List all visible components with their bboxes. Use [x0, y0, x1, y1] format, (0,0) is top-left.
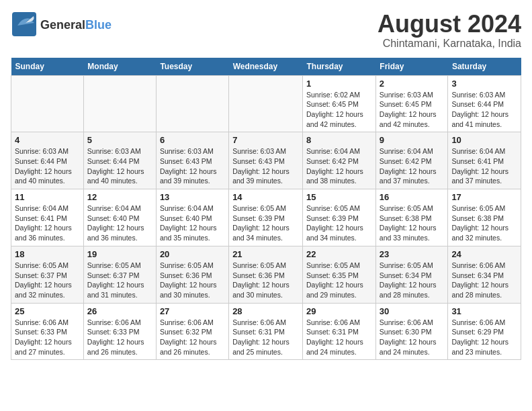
day-info: Sunrise: 6:03 AMSunset: 6:43 PMDaylight:…: [232, 146, 299, 186]
day-info: Sunrise: 6:06 AMSunset: 6:29 PMDaylight:…: [451, 318, 517, 357]
day-number: 18: [15, 249, 80, 259]
day-info: Sunrise: 6:05 AMSunset: 6:38 PMDaylight:…: [380, 203, 445, 243]
day-number: 11: [15, 192, 80, 202]
day-info: Sunrise: 6:06 AMSunset: 6:33 PMDaylight:…: [87, 318, 152, 357]
day-number: 4: [15, 135, 80, 145]
calendar-cell: 24Sunrise: 6:06 AMSunset: 6:34 PMDayligh…: [448, 246, 521, 303]
calendar-cell: 19Sunrise: 6:05 AMSunset: 6:37 PMDayligh…: [83, 246, 156, 303]
calendar-cell: 23Sunrise: 6:05 AMSunset: 6:34 PMDayligh…: [375, 246, 448, 303]
title-block: August 2024 Chintamani, Karnataka, India: [378, 11, 521, 50]
calendar-cell: 8Sunrise: 6:04 AMSunset: 6:42 PMDaylight…: [303, 132, 376, 189]
day-info: Sunrise: 6:04 AMSunset: 6:42 PMDaylight:…: [306, 146, 372, 186]
day-number: 19: [87, 249, 152, 259]
month-year: August 2024: [378, 11, 521, 38]
calendar-cell: 27Sunrise: 6:06 AMSunset: 6:32 PMDayligh…: [156, 303, 228, 360]
calendar-week-row: 18Sunrise: 6:05 AMSunset: 6:37 PMDayligh…: [11, 246, 521, 303]
calendar-cell: 22Sunrise: 6:05 AMSunset: 6:35 PMDayligh…: [303, 246, 376, 303]
calendar-cell: 4Sunrise: 6:03 AMSunset: 6:44 PMDaylight…: [11, 132, 84, 189]
calendar-week-row: 25Sunrise: 6:06 AMSunset: 6:33 PMDayligh…: [11, 303, 521, 360]
calendar-cell: [156, 75, 228, 132]
day-info: Sunrise: 6:05 AMSunset: 6:39 PMDaylight:…: [306, 203, 372, 243]
calendar-cell: 18Sunrise: 6:05 AMSunset: 6:37 PMDayligh…: [11, 246, 84, 303]
day-info: Sunrise: 6:03 AMSunset: 6:45 PMDaylight:…: [380, 90, 445, 130]
day-number: 16: [380, 192, 445, 202]
day-info: Sunrise: 6:04 AMSunset: 6:40 PMDaylight:…: [160, 203, 225, 243]
day-number: 12: [87, 192, 152, 202]
calendar-cell: 17Sunrise: 6:05 AMSunset: 6:38 PMDayligh…: [448, 189, 521, 246]
day-info: Sunrise: 6:05 AMSunset: 6:36 PMDaylight:…: [232, 261, 299, 300]
calendar-cell: 30Sunrise: 6:06 AMSunset: 6:30 PMDayligh…: [375, 303, 448, 360]
day-number: 15: [306, 192, 372, 202]
day-info: Sunrise: 6:06 AMSunset: 6:32 PMDaylight:…: [160, 318, 225, 357]
header-cell-friday: Friday: [375, 58, 448, 76]
logo: GeneralBlue: [11, 11, 112, 40]
day-number: 5: [87, 135, 152, 145]
day-number: 30: [380, 306, 445, 316]
day-info: Sunrise: 6:06 AMSunset: 6:31 PMDaylight:…: [306, 318, 372, 357]
day-info: Sunrise: 6:05 AMSunset: 6:38 PMDaylight:…: [451, 203, 517, 243]
calendar-cell: 28Sunrise: 6:06 AMSunset: 6:31 PMDayligh…: [229, 303, 303, 360]
day-info: Sunrise: 6:05 AMSunset: 6:36 PMDaylight:…: [160, 261, 225, 300]
day-number: 9: [380, 135, 445, 145]
day-number: 10: [451, 135, 517, 145]
day-info: Sunrise: 6:03 AMSunset: 6:43 PMDaylight:…: [160, 146, 225, 186]
day-info: Sunrise: 6:05 AMSunset: 6:35 PMDaylight:…: [306, 261, 372, 300]
day-number: 22: [306, 249, 372, 259]
day-number: 13: [160, 192, 225, 202]
calendar-cell: 3Sunrise: 6:03 AMSunset: 6:44 PMDaylight…: [448, 75, 521, 132]
calendar-cell: 12Sunrise: 6:04 AMSunset: 6:40 PMDayligh…: [83, 189, 156, 246]
day-info: Sunrise: 6:05 AMSunset: 6:37 PMDaylight:…: [15, 261, 80, 300]
calendar-cell: 10Sunrise: 6:04 AMSunset: 6:41 PMDayligh…: [448, 132, 521, 189]
calendar-cell: 21Sunrise: 6:05 AMSunset: 6:36 PMDayligh…: [229, 246, 303, 303]
header-cell-tuesday: Tuesday: [156, 58, 228, 76]
day-info: Sunrise: 6:04 AMSunset: 6:40 PMDaylight:…: [87, 203, 152, 243]
day-number: 24: [451, 249, 517, 259]
day-number: 27: [160, 306, 225, 316]
day-info: Sunrise: 6:03 AMSunset: 6:44 PMDaylight:…: [15, 146, 80, 186]
header-cell-monday: Monday: [83, 58, 156, 76]
page-header: GeneralBlue August 2024 Chintamani, Karn…: [11, 11, 521, 50]
day-number: 17: [451, 192, 517, 202]
day-number: 31: [451, 306, 517, 316]
calendar-cell: 2Sunrise: 6:03 AMSunset: 6:45 PMDaylight…: [375, 75, 448, 132]
day-info: Sunrise: 6:05 AMSunset: 6:37 PMDaylight:…: [87, 261, 152, 300]
header-cell-thursday: Thursday: [303, 58, 376, 76]
day-number: 21: [232, 249, 299, 259]
day-info: Sunrise: 6:04 AMSunset: 6:42 PMDaylight:…: [380, 146, 445, 186]
day-number: 28: [232, 306, 299, 316]
day-number: 1: [306, 79, 372, 89]
day-number: 3: [451, 79, 517, 89]
calendar-cell: [11, 75, 84, 132]
day-number: 26: [87, 306, 152, 316]
day-info: Sunrise: 6:06 AMSunset: 6:31 PMDaylight:…: [232, 318, 299, 357]
logo-general: General: [40, 18, 85, 32]
day-info: Sunrise: 6:06 AMSunset: 6:30 PMDaylight:…: [380, 318, 445, 357]
day-info: Sunrise: 6:05 AMSunset: 6:39 PMDaylight:…: [232, 203, 299, 243]
day-number: 6: [160, 135, 225, 145]
calendar-cell: 5Sunrise: 6:03 AMSunset: 6:44 PMDaylight…: [83, 132, 156, 189]
calendar-cell: 29Sunrise: 6:06 AMSunset: 6:31 PMDayligh…: [303, 303, 376, 360]
location: Chintamani, Karnataka, India: [378, 38, 521, 50]
day-info: Sunrise: 6:05 AMSunset: 6:34 PMDaylight:…: [380, 261, 445, 300]
calendar-cell: 31Sunrise: 6:06 AMSunset: 6:29 PMDayligh…: [448, 303, 521, 360]
calendar-week-row: 1Sunrise: 6:02 AMSunset: 6:45 PMDaylight…: [11, 75, 521, 132]
day-number: 8: [306, 135, 372, 145]
calendar-cell: 7Sunrise: 6:03 AMSunset: 6:43 PMDaylight…: [229, 132, 303, 189]
header-cell-saturday: Saturday: [448, 58, 521, 76]
day-number: 20: [160, 249, 225, 259]
day-number: 14: [232, 192, 299, 202]
day-number: 2: [380, 79, 445, 89]
calendar-cell: 9Sunrise: 6:04 AMSunset: 6:42 PMDaylight…: [375, 132, 448, 189]
calendar-week-row: 4Sunrise: 6:03 AMSunset: 6:44 PMDaylight…: [11, 132, 521, 189]
day-info: Sunrise: 6:03 AMSunset: 6:44 PMDaylight:…: [87, 146, 152, 186]
calendar-cell: 15Sunrise: 6:05 AMSunset: 6:39 PMDayligh…: [303, 189, 376, 246]
calendar-cell: 14Sunrise: 6:05 AMSunset: 6:39 PMDayligh…: [229, 189, 303, 246]
calendar-cell: 25Sunrise: 6:06 AMSunset: 6:33 PMDayligh…: [11, 303, 84, 360]
day-info: Sunrise: 6:04 AMSunset: 6:41 PMDaylight:…: [15, 203, 80, 243]
calendar-table: SundayMondayTuesdayWednesdayThursdayFrid…: [11, 58, 521, 361]
day-info: Sunrise: 6:02 AMSunset: 6:45 PMDaylight:…: [306, 90, 372, 130]
calendar-cell: 13Sunrise: 6:04 AMSunset: 6:40 PMDayligh…: [156, 189, 228, 246]
calendar-cell: 16Sunrise: 6:05 AMSunset: 6:38 PMDayligh…: [375, 189, 448, 246]
day-number: 29: [306, 306, 372, 316]
calendar-cell: 1Sunrise: 6:02 AMSunset: 6:45 PMDaylight…: [303, 75, 376, 132]
